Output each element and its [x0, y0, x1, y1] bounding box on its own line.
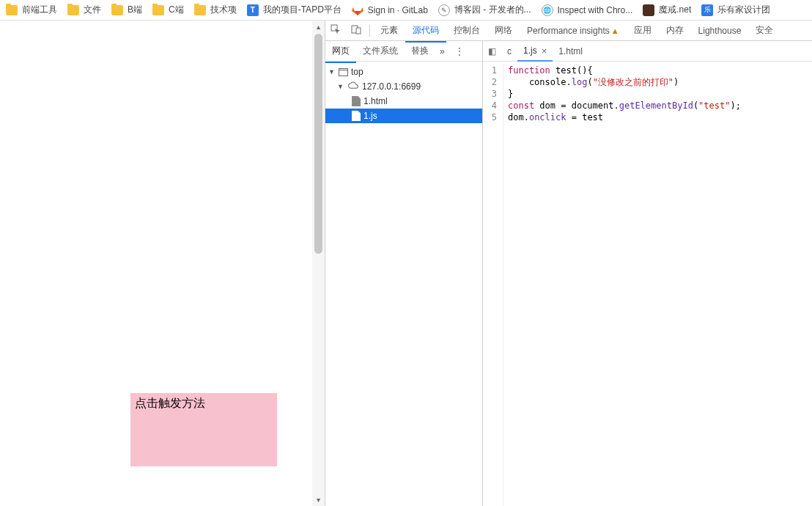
- tapd-icon: T: [247, 4, 259, 16]
- bookmark-label: Inspect with Chro...: [558, 5, 633, 15]
- tree-item-file-html[interactable]: 1.html: [325, 94, 482, 109]
- sources-panel: 网页 文件系统 替换 » ⋮ ▼ top ▼ 127.0.0.1:66: [325, 41, 812, 506]
- folder-icon: [152, 5, 164, 15]
- tab-console[interactable]: 控制台: [446, 20, 487, 41]
- folder-icon: [111, 5, 123, 15]
- svg-rect-2: [356, 28, 361, 34]
- bookmark-folder-tech[interactable]: 技术项: [194, 4, 237, 16]
- bookmark-label: 博客园 - 开发者的...: [454, 4, 531, 16]
- expand-icon: ▼: [337, 83, 344, 90]
- more-subtabs-icon[interactable]: »: [435, 46, 449, 56]
- bookmark-tapd[interactable]: T我的项目-TAPD平台: [247, 4, 342, 16]
- mojie-icon: [643, 4, 654, 16]
- tab-lighthouse[interactable]: Lighthouse: [691, 21, 749, 40]
- tab-label: 1.html: [558, 46, 583, 56]
- bookmark-folder-files[interactable]: 文件: [67, 4, 101, 16]
- bookmark-label: C端: [169, 4, 184, 16]
- tree-label: 1.html: [363, 96, 388, 106]
- bookmark-label: 文件: [84, 4, 101, 16]
- globe-icon: 🌐: [542, 4, 553, 16]
- page-pane: 点击触发方法 ▴ ▾: [0, 21, 325, 506]
- code-editor[interactable]: 12345 function test(){ console.log("没修改之…: [483, 62, 812, 506]
- devtools-tabs: 元素 源代码 控制台 网络 Performance insights▲ 应用 内…: [325, 21, 812, 41]
- toggle-sidebar-icon[interactable]: ◧: [483, 46, 501, 56]
- tab-application[interactable]: 应用: [627, 20, 659, 41]
- scroll-down-icon[interactable]: ▾: [312, 494, 325, 506]
- tab-sources[interactable]: 源代码: [405, 20, 446, 43]
- close-icon[interactable]: ×: [542, 45, 547, 56]
- tab-performance[interactable]: Performance insights▲: [520, 21, 627, 40]
- file-icon: [352, 111, 361, 121]
- cnblogs-icon: ✎: [438, 4, 450, 16]
- subtab-overrides[interactable]: 替换: [405, 40, 435, 62]
- expand-icon: ▼: [328, 68, 336, 76]
- bookmark-inspect[interactable]: 🌐Inspect with Chro...: [542, 4, 633, 16]
- subtab-filesystem[interactable]: 文件系统: [356, 40, 405, 62]
- tree-label: top: [351, 67, 363, 77]
- tree-item-file-js[interactable]: 1.js: [325, 109, 482, 123]
- window-icon: [339, 68, 348, 76]
- tree-label: 127.0.0.1:6699: [362, 81, 421, 92]
- bookmark-label: 乐有家设计团: [717, 4, 770, 16]
- bookmarks-bar: 前端工具 文件 B端 C端 技术项 T我的项目-TAPD平台 Sign in ·…: [0, 0, 812, 21]
- tab-memory[interactable]: 内存: [659, 20, 691, 41]
- page-scrollbar[interactable]: ▴ ▾: [312, 21, 325, 506]
- tab-elements[interactable]: 元素: [373, 20, 405, 41]
- tab-label: Performance insights: [527, 26, 610, 36]
- tab-network[interactable]: 网络: [487, 20, 520, 41]
- folder-icon: [67, 5, 79, 15]
- inspect-element-icon[interactable]: [325, 24, 346, 37]
- device-toggle-icon[interactable]: [346, 24, 366, 37]
- breadcrumb[interactable]: c: [501, 46, 517, 56]
- bookmark-leyou[interactable]: 乐乐有家设计团: [701, 4, 770, 16]
- tree-item-top[interactable]: ▼ top: [325, 65, 482, 79]
- code-content: function test(){ console.log("没修改之前的打印")…: [503, 65, 741, 506]
- bookmark-label: 魔戒.net: [659, 4, 691, 16]
- test-click-box[interactable]: 点击触发方法: [130, 393, 277, 466]
- navigator-subtabs: 网页 文件系统 替换 » ⋮: [325, 41, 482, 62]
- tree-label: 1.js: [363, 111, 377, 121]
- bookmark-folder-b[interactable]: B端: [111, 4, 142, 16]
- tab-label: 1.js: [523, 45, 537, 56]
- bookmark-label: 技术项: [210, 4, 237, 16]
- bookmark-mojie[interactable]: 魔戒.net: [643, 4, 691, 16]
- bookmark-folder-c[interactable]: C端: [152, 4, 184, 16]
- tree-item-host[interactable]: ▼ 127.0.0.1:6699: [325, 79, 482, 94]
- navigator-menu-icon[interactable]: ⋮: [449, 46, 470, 56]
- sources-navigator: 网页 文件系统 替换 » ⋮ ▼ top ▼ 127.0.0.1:66: [325, 41, 483, 506]
- devtools: 元素 源代码 控制台 网络 Performance insights▲ 应用 内…: [325, 21, 812, 506]
- bookmark-label: Sign in · GitLab: [368, 5, 428, 15]
- folder-icon: [6, 5, 18, 15]
- file-tree: ▼ top ▼ 127.0.0.1:6699 1.html: [325, 62, 482, 506]
- main-area: 点击触发方法 ▴ ▾ 元素 源代码 控制台 网络 Performance ins…: [0, 21, 812, 506]
- warn-icon: ▲: [611, 26, 619, 35]
- bookmark-label: 前端工具: [22, 4, 57, 16]
- bookmark-cnblogs[interactable]: ✎博客园 - 开发者的...: [438, 4, 531, 16]
- scrollbar-thumb[interactable]: [314, 34, 322, 254]
- tab-security[interactable]: 安全: [748, 20, 780, 41]
- editor-tabs: ◧ c 1.js × 1.html: [483, 41, 812, 62]
- separator: [369, 25, 370, 37]
- gitlab-icon: [352, 4, 363, 16]
- bookmark-label: 我的项目-TAPD平台: [263, 4, 342, 16]
- leyou-icon: 乐: [701, 4, 713, 16]
- subtab-page[interactable]: 网页: [325, 40, 356, 63]
- editor-pane: ◧ c 1.js × 1.html 12345 function test(){…: [483, 41, 812, 506]
- bookmark-folder-frontend[interactable]: 前端工具: [6, 4, 57, 16]
- editor-tab-html[interactable]: 1.html: [553, 41, 588, 61]
- file-icon: [352, 96, 361, 106]
- folder-icon: [194, 5, 206, 15]
- scroll-up-icon[interactable]: ▴: [312, 21, 325, 33]
- cloud-icon: [347, 81, 359, 92]
- bookmark-gitlab[interactable]: Sign in · GitLab: [352, 4, 428, 16]
- gutter: 12345: [483, 65, 503, 506]
- editor-tab-js[interactable]: 1.js ×: [517, 42, 553, 62]
- bookmark-label: B端: [128, 4, 142, 16]
